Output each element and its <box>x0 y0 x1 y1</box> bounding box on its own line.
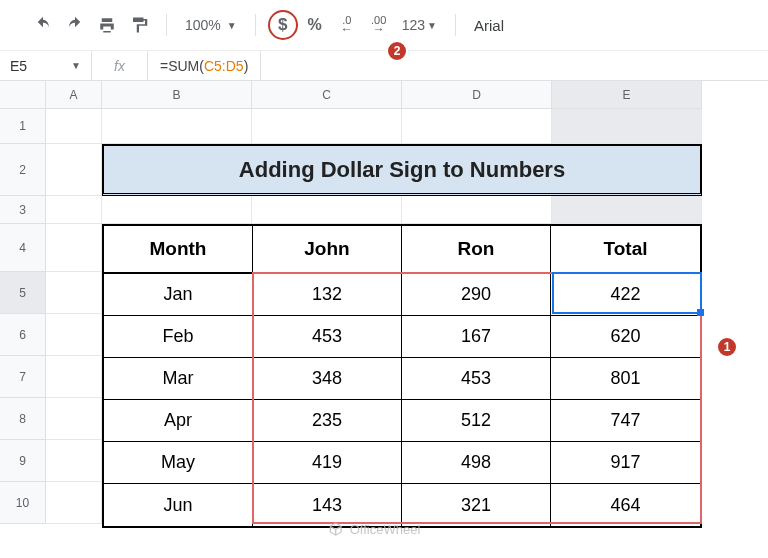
annotation-step2: 2 <box>386 40 408 62</box>
format-currency-button[interactable]: $ <box>268 10 298 40</box>
row-header[interactable]: 6 <box>0 314 46 356</box>
toolbar: 100% ▼ $ % .0 ← .00 → 123▼ Arial <box>0 0 768 51</box>
table-row: Feb453167620 <box>104 316 700 358</box>
font-family-dropdown[interactable]: Arial <box>468 17 504 34</box>
column-header[interactable]: D <box>402 81 552 109</box>
spreadsheet-grid[interactable]: 1 2 3 4 5 6 7 8 9 10 A B C D E <box>0 81 768 558</box>
row-header[interactable]: 10 <box>0 482 46 524</box>
zoom-dropdown[interactable]: 100% ▼ <box>179 17 243 33</box>
increase-decimal-button[interactable]: .00 → <box>364 11 394 39</box>
row-header[interactable]: 2 <box>0 144 46 196</box>
format-percent-button[interactable]: % <box>300 11 330 39</box>
separator <box>455 14 456 36</box>
row-header[interactable]: 8 <box>0 398 46 440</box>
chevron-down-icon: ▼ <box>71 60 81 71</box>
paint-format-button[interactable] <box>124 11 154 39</box>
name-box[interactable]: E5 ▼ <box>0 51 92 80</box>
chevron-down-icon: ▼ <box>227 20 237 31</box>
col-header-total: Total <box>551 226 700 274</box>
table-row: Apr235512747 <box>104 400 700 442</box>
name-box-value: E5 <box>10 58 27 74</box>
table-header-row: Month John Ron Total <box>104 226 700 274</box>
undo-button[interactable] <box>28 11 58 39</box>
col-header-month: Month <box>104 226 253 274</box>
fx-icon: fx <box>92 51 148 80</box>
table-row: Mar348453801 <box>104 358 700 400</box>
row-header[interactable]: 4 <box>0 224 46 272</box>
zoom-value: 100% <box>185 17 221 33</box>
watermark: OfficeWheel <box>328 501 421 557</box>
table-row: May419498917 <box>104 442 700 484</box>
more-formats-button[interactable]: 123▼ <box>396 17 443 33</box>
column-header[interactable]: C <box>252 81 402 109</box>
row-header[interactable]: 3 <box>0 196 46 224</box>
print-button[interactable] <box>92 11 122 39</box>
table-row: Jan132290422 <box>104 274 700 316</box>
column-header[interactable]: A <box>46 81 102 109</box>
row-header[interactable]: 7 <box>0 356 46 398</box>
currency-icon: $ <box>278 15 287 35</box>
row-headers: 1 2 3 4 5 6 7 8 9 10 <box>0 109 46 524</box>
column-header[interactable]: E <box>552 81 702 109</box>
row-header[interactable]: 9 <box>0 440 46 482</box>
redo-button[interactable] <box>60 11 90 39</box>
decrease-decimal-button[interactable]: .0 ← <box>332 11 362 39</box>
separator <box>166 14 167 36</box>
arrow-right-icon: → <box>373 25 385 34</box>
select-all-corner[interactable] <box>0 81 46 109</box>
col-header-john: John <box>253 226 402 274</box>
formula-bar: E5 ▼ fx =SUM(C5:D5) <box>0 51 768 81</box>
column-headers: A B C D E <box>46 81 702 109</box>
formula-input[interactable]: =SUM(C5:D5) <box>148 51 261 80</box>
row-header[interactable]: 5 <box>0 272 46 314</box>
arrow-left-icon: ← <box>341 25 353 34</box>
chevron-down-icon: ▼ <box>427 20 437 31</box>
col-header-ron: Ron <box>402 226 551 274</box>
separator <box>255 14 256 36</box>
row-header[interactable]: 1 <box>0 109 46 144</box>
sheet-title: Adding Dollar Sign to Numbers <box>102 144 702 196</box>
column-header[interactable]: B <box>102 81 252 109</box>
annotation-step1: 1 <box>716 336 738 358</box>
data-table: Month John Ron Total Jan132290422 Feb453… <box>102 224 702 528</box>
